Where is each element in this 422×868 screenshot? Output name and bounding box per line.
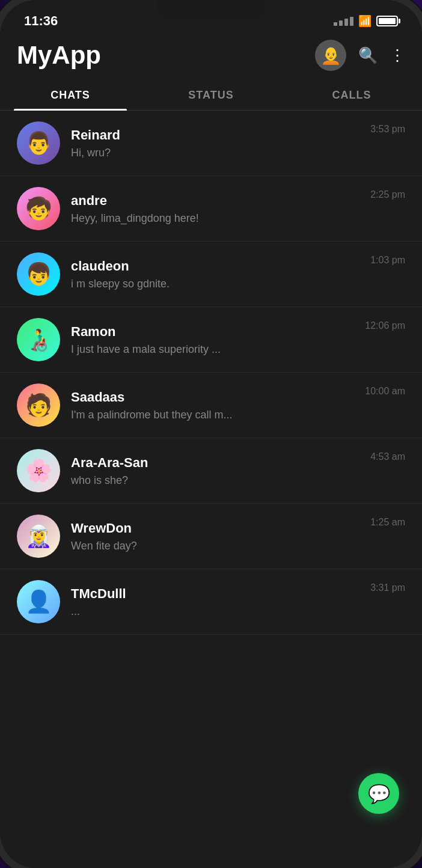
- chat-avatar: 👤: [17, 580, 60, 623]
- chat-item[interactable]: 🌸 Ara-Ara-San who is she? 4:53 am: [0, 438, 422, 504]
- app-title: MyApp: [17, 41, 315, 70]
- chat-message: I just have a mala superiority ...: [71, 343, 354, 356]
- new-chat-button[interactable]: 💬: [358, 773, 399, 814]
- chat-item[interactable]: 👦 claudeon i m sleepy so gdnite. 1:03 pm: [0, 242, 422, 307]
- chat-message: ...: [71, 605, 359, 618]
- profile-avatar[interactable]: 🧑‍🦲: [315, 40, 346, 71]
- phone-frame: 11:36 📶 MyApp 🧑‍🦲 �: [0, 0, 422, 868]
- new-chat-icon: 💬: [368, 783, 390, 804]
- status-time: 11:36: [24, 13, 58, 29]
- tab-chats[interactable]: CHATS: [0, 81, 141, 110]
- chat-time: 12:06 pm: [365, 318, 405, 331]
- profile-avatar-emoji: 🧑‍🦲: [320, 46, 341, 66]
- header-actions: 🧑‍🦲 🔍 ⋮: [315, 40, 405, 71]
- chat-name: Ramon: [71, 324, 354, 340]
- chat-avatar: 🌸: [17, 449, 60, 492]
- status-icons: 📶: [334, 14, 398, 28]
- chat-message: i m sleepy so gdnite.: [71, 278, 359, 290]
- chat-content: Ramon I just have a mala superiority ...: [71, 324, 354, 356]
- chat-message: Heyy, lima_dingdong here!: [71, 212, 359, 225]
- signal-icon: [334, 17, 353, 26]
- chat-content: TMcDulll ...: [71, 586, 359, 618]
- chat-time: 1:25 am: [370, 515, 405, 528]
- chat-name: TMcDulll: [71, 586, 359, 602]
- chat-name: claudeon: [71, 258, 359, 274]
- tabs: CHATS STATUS CALLS: [0, 81, 422, 111]
- chat-message: Wen fite day?: [71, 540, 359, 552]
- notch: [157, 0, 265, 20]
- chat-name: WrewDon: [71, 521, 359, 536]
- chat-time: 10:00 am: [365, 384, 405, 397]
- tab-status[interactable]: STATUS: [141, 81, 281, 110]
- chat-item[interactable]: 👨‍🦽 Ramon I just have a mala superiority…: [0, 307, 422, 373]
- chat-content: claudeon i m sleepy so gdnite.: [71, 258, 359, 290]
- battery-icon: [376, 16, 398, 26]
- chat-name: andre: [71, 193, 359, 209]
- chat-item[interactable]: 👤 TMcDulll ... 3:31 pm: [0, 569, 422, 635]
- chat-content: andre Heyy, lima_dingdong here!: [71, 193, 359, 225]
- chat-avatar: 👨‍🦽: [17, 318, 60, 361]
- chat-avatar: 🧝‍♀️: [17, 515, 60, 558]
- chat-time: 3:53 pm: [370, 121, 405, 135]
- chat-avatar: 👨: [17, 121, 60, 165]
- chat-item[interactable]: 🧒 andre Heyy, lima_dingdong here! 2:25 p…: [0, 176, 422, 242]
- chat-item[interactable]: 🧝‍♀️ WrewDon Wen fite day? 1:25 am: [0, 504, 422, 569]
- chat-message: I'm a palindrome but they call m...: [71, 409, 354, 421]
- chat-avatar: 🧒: [17, 187, 60, 230]
- chat-list: 👨 Reinard Hi, wru? 3:53 pm 🧒 andre Heyy,…: [0, 111, 422, 868]
- chat-name: Ara-Ara-San: [71, 455, 359, 471]
- more-options-icon[interactable]: ⋮: [390, 47, 405, 63]
- chat-time: 2:25 pm: [370, 187, 405, 200]
- chat-item[interactable]: 🧑 Saadaas I'm a palindrome but they call…: [0, 373, 422, 438]
- chat-content: WrewDon Wen fite day?: [71, 521, 359, 552]
- search-icon[interactable]: 🔍: [358, 47, 378, 63]
- chat-avatar: 🧑: [17, 384, 60, 427]
- phone-screen: 11:36 📶 MyApp 🧑‍🦲 �: [0, 0, 422, 868]
- chat-time: 3:31 pm: [370, 580, 405, 593]
- chat-item[interactable]: 👨 Reinard Hi, wru? 3:53 pm: [0, 111, 422, 176]
- chat-name: Reinard: [71, 127, 359, 143]
- chat-message: Hi, wru?: [71, 147, 359, 159]
- chat-content: Reinard Hi, wru?: [71, 127, 359, 159]
- chat-time: 1:03 pm: [370, 252, 405, 266]
- chat-content: Saadaas I'm a palindrome but they call m…: [71, 390, 354, 421]
- chat-content: Ara-Ara-San who is she?: [71, 455, 359, 487]
- header: MyApp 🧑‍🦲 🔍 ⋮: [0, 34, 422, 81]
- chat-message: who is she?: [71, 474, 359, 487]
- wifi-icon: 📶: [358, 14, 372, 28]
- chat-time: 4:53 am: [370, 449, 405, 462]
- tab-calls[interactable]: CALLS: [281, 81, 422, 110]
- chat-avatar: 👦: [17, 252, 60, 296]
- chat-name: Saadaas: [71, 390, 354, 405]
